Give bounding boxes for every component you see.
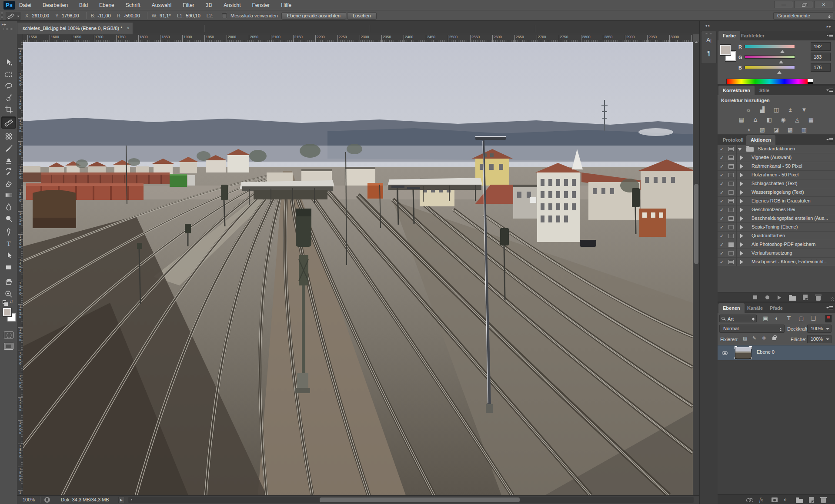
smart-object-filter-icon[interactable]: ❏ <box>811 315 816 322</box>
g-slider[interactable] <box>745 55 795 59</box>
measure-scale-checkbox[interactable] <box>222 13 227 18</box>
chevron-right-icon[interactable] <box>740 260 745 264</box>
tab-kanaele[interactable]: Kanäle <box>743 303 767 313</box>
pixel-layer-filter-icon[interactable]: ▣ <box>763 315 768 322</box>
action-check-icon[interactable]: ✓ <box>718 258 726 266</box>
layer-name[interactable]: Ebene 0 <box>757 349 775 355</box>
lasso-tool[interactable] <box>3 81 14 91</box>
clear-measure-button[interactable]: Löschen <box>347 12 377 20</box>
b-slider[interactable] <box>745 66 795 69</box>
channel-mixer-icon[interactable]: ◬ <box>792 116 802 124</box>
action-check-icon[interactable]: ✓ <box>718 232 726 240</box>
status-flyout-button[interactable]: ▶ <box>118 497 124 503</box>
healing-brush-tool[interactable] <box>3 131 14 142</box>
action-row[interactable]: ✓Als Photoshop-PDF speichern <box>718 240 835 249</box>
character-panel-icon[interactable]: A| <box>701 36 716 43</box>
chevron-right-icon[interactable] <box>740 225 745 229</box>
action-dialog-toggle[interactable] <box>726 223 737 232</box>
menu-ebene[interactable]: Ebene <box>99 2 114 8</box>
action-dialog-toggle[interactable] <box>726 258 737 266</box>
straighten-layer-button[interactable]: Ebene gerade ausrichten <box>281 12 346 20</box>
action-dialog-toggle[interactable] <box>726 153 737 162</box>
close-button[interactable]: ✕ <box>814 1 833 8</box>
zoom-tool[interactable] <box>3 289 14 299</box>
menu-3d[interactable]: 3D <box>206 2 212 8</box>
opacity-dropdown[interactable]: 100% <box>807 325 832 333</box>
hand-tool[interactable] <box>3 277 14 287</box>
panel-menu-icon[interactable] <box>826 138 832 142</box>
path-select-tool[interactable] <box>3 250 14 261</box>
action-check-icon[interactable]: ✓ <box>718 153 726 162</box>
action-check-icon[interactable]: ✓ <box>718 214 726 223</box>
action-row[interactable]: ✓Quadrantfarben <box>718 232 835 240</box>
action-check-icon[interactable]: ✓ <box>718 240 726 249</box>
color-balance-icon[interactable]: Δ <box>750 116 761 124</box>
quick-mask-button[interactable] <box>4 332 13 338</box>
action-row[interactable]: ✓Holzrahmen - 50 Pixel <box>718 171 835 179</box>
chevron-right-icon[interactable] <box>740 234 745 238</box>
action-row[interactable]: ✓Geschmolzenes Blei <box>718 206 835 214</box>
posterize-icon[interactable]: ▨ <box>757 126 768 134</box>
adjustment-icon[interactable]: ◐ <box>784 496 787 503</box>
menu-ansicht[interactable]: Ansicht <box>224 2 240 8</box>
action-dialog-toggle[interactable] <box>726 197 737 206</box>
delete-icon[interactable] <box>816 296 821 301</box>
layer-mask-icon[interactable] <box>772 497 778 502</box>
action-row[interactable]: ✓Schlagschatten (Text) <box>718 179 835 188</box>
action-check-icon[interactable]: ✓ <box>718 188 726 197</box>
shape-layer-filter-icon[interactable]: ▢ <box>798 315 804 322</box>
brush-tool[interactable] <box>3 143 14 153</box>
chevron-right-icon[interactable] <box>740 199 745 203</box>
dodge-tool[interactable] <box>3 213 14 224</box>
action-check-icon[interactable]: ✓ <box>718 223 726 232</box>
action-check-icon[interactable]: ✓ <box>718 171 726 179</box>
b-value-field[interactable]: 176 <box>811 63 831 72</box>
selective-color-icon[interactable]: ▥ <box>799 126 809 134</box>
menu-filter[interactable]: Filter <box>183 2 194 8</box>
action-dialog-toggle[interactable] <box>726 162 737 171</box>
threshold-icon[interactable]: ◪ <box>771 126 782 134</box>
stop-icon[interactable] <box>753 295 757 299</box>
horizontal-scrollbar[interactable] <box>128 497 694 503</box>
hue-saturation-icon[interactable]: ▤ <box>736 116 747 124</box>
tab-aktionen[interactable]: Aktionen <box>746 135 775 145</box>
menu-hilfe[interactable]: Hilfe <box>281 2 291 8</box>
layer-filter-dropdown[interactable]: Art <box>719 315 757 322</box>
r-slider-thumb[interactable] <box>780 48 785 53</box>
action-check-icon[interactable]: ✓ <box>718 197 726 206</box>
tab-stile[interactable]: Stile <box>755 86 774 95</box>
panel-menu-icon[interactable] <box>826 89 832 93</box>
tab-pfade[interactable]: Pfade <box>765 303 787 313</box>
r-slider[interactable] <box>745 45 795 48</box>
delete-layer-icon[interactable] <box>821 498 826 503</box>
action-row[interactable]: ✓Rahmenkanal - 50 Pixel <box>718 162 835 171</box>
swap-colors-icon[interactable]: ⇄ <box>10 299 13 304</box>
action-row[interactable]: ✓Wasserspiegelung (Text) <box>718 188 835 197</box>
menu-auswahl[interactable]: Auswahl <box>152 2 171 8</box>
panel-menu-icon[interactable] <box>826 306 832 310</box>
photo-filter-icon[interactable]: ◉ <box>778 116 788 124</box>
link-icon[interactable] <box>746 498 752 502</box>
menu-fenster[interactable]: Fenster <box>252 2 270 8</box>
action-check-icon[interactable]: ✓ <box>718 206 726 214</box>
vertical-scrollbar[interactable] <box>693 42 699 495</box>
action-dialog-toggle[interactable] <box>726 232 737 240</box>
chevron-right-icon[interactable] <box>740 251 745 255</box>
panel-menu-icon[interactable] <box>826 34 832 38</box>
action-row[interactable]: ✓Sepia-Toning (Ebene) <box>718 223 835 232</box>
action-dialog-toggle[interactable] <box>726 188 737 197</box>
action-check-icon[interactable]: ✓ <box>718 162 726 171</box>
gradient-tool[interactable] <box>3 190 14 200</box>
scroll-left-icon[interactable] <box>130 498 132 501</box>
blend-mode-dropdown[interactable]: Normal <box>719 325 785 333</box>
ruler-tool-preset[interactable] <box>6 12 20 20</box>
lock-position-icon[interactable]: ✥ <box>762 335 766 341</box>
pen-tool[interactable] <box>3 227 14 237</box>
r-value-field[interactable]: 192 <box>811 42 831 51</box>
g-value-field[interactable]: 183 <box>811 53 831 61</box>
chevron-right-icon[interactable] <box>740 190 745 195</box>
restore-button[interactable] <box>794 1 813 8</box>
scroll-up-icon[interactable] <box>695 40 698 43</box>
vertical-scroll-thumb[interactable] <box>694 184 698 264</box>
workspace-switcher[interactable]: Grundelemente <box>773 12 833 20</box>
